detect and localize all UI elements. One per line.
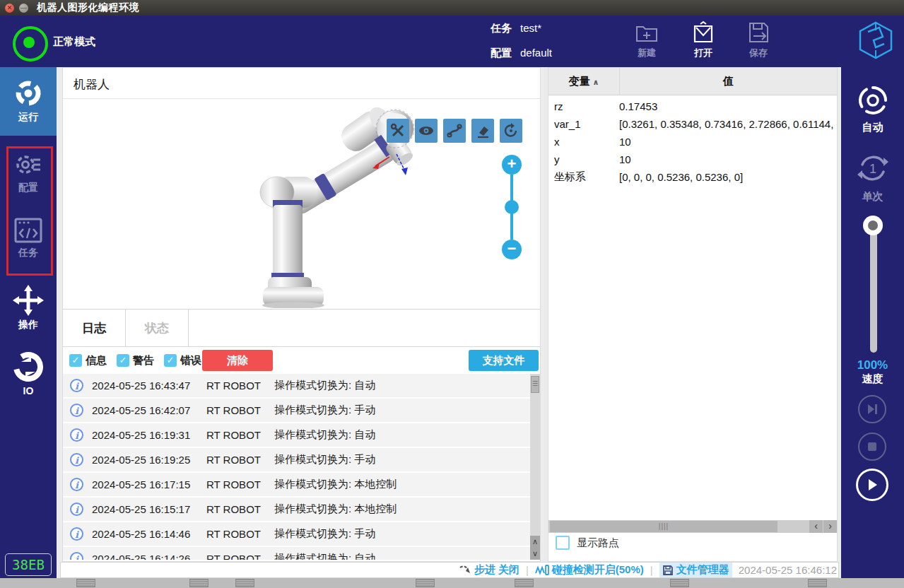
show-waypoints-row: 显示路点: [556, 536, 619, 550]
auto-mode-button[interactable]: [841, 83, 904, 121]
variables-panel: 变量 ∧ 值 rz 0.17453 var_1 [0.3261, 0.35348…: [548, 67, 838, 562]
variables-rows: rz 0.17453 var_1 [0.3261, 0.35348, 0.734…: [548, 98, 837, 186]
variable-row[interactable]: 坐标系 [0, 0, 0, 0.5236, 0.5236, 0]: [548, 168, 837, 186]
variable-row[interactable]: rz 0.17453: [548, 98, 837, 115]
separator: |: [526, 564, 529, 576]
variable-row[interactable]: x 10: [548, 133, 837, 151]
variable-row[interactable]: var_1 [0.3261, 0.35348, 0.73416, 2.72866…: [548, 115, 837, 133]
log-row: i 2024-05-25 16:42:07 RT ROBOT 操作模式切换为: …: [63, 399, 540, 422]
hscrollbar-thumb[interactable]: ||||: [550, 521, 777, 532]
config-value: default: [520, 47, 552, 59]
info-icon: i: [70, 527, 83, 541]
log-row: i 2024-05-25 16:15:17 RT ROBOT 操作模式切换为: …: [63, 498, 540, 521]
desktop-file-icon: [76, 579, 95, 587]
scroll-up-icon[interactable]: ∧: [530, 536, 540, 548]
task-row: 任务test*: [491, 22, 541, 35]
collision-detection-status[interactable]: 碰撞检测开启(50%): [535, 563, 644, 577]
scroll-right-icon[interactable]: ›: [823, 520, 837, 533]
info-icon: i: [70, 379, 83, 392]
config-label: 配置: [491, 47, 512, 59]
step-mode-status[interactable]: 步进 关闭: [459, 563, 519, 577]
show-waypoints-label: 显示路点: [577, 536, 619, 550]
variables-hscrollbar[interactable]: |||| ‹ ›: [548, 520, 837, 533]
log-row: i 2024-05-25 16:17:15 RT ROBOT 操作模式切换为: …: [63, 473, 540, 496]
new-button[interactable]: 新建: [623, 20, 670, 59]
step-next-button[interactable]: [858, 395, 886, 423]
file-manager-icon: [662, 565, 674, 576]
log-row: i 2024-05-25 16:14:46 RT ROBOT 操作模式切换为: …: [63, 522, 540, 546]
desktop-file-icon: [235, 579, 254, 587]
visibility-button[interactable]: [415, 119, 438, 143]
info-icon: i: [70, 453, 83, 466]
sidebar-item-config[interactable]: 配置: [0, 151, 57, 194]
filter-info-checkbox[interactable]: ✓: [69, 354, 82, 367]
variables-header: 变量 ∧ 值: [548, 68, 837, 95]
filter-warn-label: 警告: [133, 354, 154, 368]
variable-row[interactable]: y 10: [548, 151, 837, 168]
scroll-down-icon[interactable]: ∨: [530, 548, 540, 560]
config-row: 配置default: [491, 47, 552, 60]
titlebar: ✕ — 机器人图形化编程环境: [0, 0, 904, 16]
zoom-slider-handle[interactable]: [505, 200, 519, 214]
speed-slider-track[interactable]: [870, 224, 877, 353]
open-button[interactable]: 打开: [680, 20, 727, 59]
eye-icon: [418, 122, 435, 139]
sidebar-item-io[interactable]: IO: [0, 351, 57, 396]
log-filter-bar: ✓ 信息 ✓ 警告 ✓ 错误 清除 支持文件: [63, 347, 540, 374]
right-sidebar: 自动 1 单次 100% 速度: [841, 67, 904, 578]
info-icon: i: [70, 502, 83, 516]
stop-button[interactable]: [858, 433, 886, 461]
zoom-in-button[interactable]: +: [502, 155, 522, 175]
info-icon: i: [70, 428, 83, 442]
file-manager-button[interactable]: 文件管理器: [659, 563, 732, 577]
speed-value: 100%: [841, 358, 904, 372]
robot-panel-title: 机器人: [63, 68, 540, 99]
trajectory-button[interactable]: [443, 119, 466, 143]
rotate-icon: [503, 122, 519, 139]
top-header: 正常模式 任务test* 配置default 新建 打开: [0, 16, 904, 67]
single-run-label: 单次: [841, 190, 904, 204]
desktop-file-icon: [808, 579, 827, 587]
variable-column-header[interactable]: 变量 ∧: [548, 68, 620, 95]
path-icon: [446, 122, 463, 139]
support-file-button[interactable]: 支持文件: [469, 350, 539, 371]
erase-button[interactable]: [471, 119, 494, 143]
zoom-out-button[interactable]: −: [502, 240, 522, 259]
robot-3d-view[interactable]: + −: [63, 99, 540, 310]
speed-slider-handle[interactable]: [863, 216, 883, 235]
filter-info-label: 信息: [86, 354, 107, 368]
show-waypoints-checkbox[interactable]: [556, 536, 570, 550]
log-row: i 2024-05-25 16:43:47 RT ROBOT 操作模式切换为: …: [63, 374, 540, 397]
minimize-icon[interactable]: —: [19, 4, 28, 13]
filter-warn-checkbox[interactable]: ✓: [117, 354, 129, 367]
device-code-badge[interactable]: 38EB: [5, 553, 52, 576]
sidebar-item-task[interactable]: 任务: [0, 217, 57, 259]
tools-button[interactable]: [387, 119, 409, 143]
reset-view-button[interactable]: [500, 119, 522, 143]
play-button[interactable]: [856, 469, 888, 501]
log-scrollbar[interactable]: ☰ ∧ ∨: [530, 374, 540, 560]
skip-next-icon: [866, 403, 879, 416]
run-icon: [13, 78, 43, 108]
tools-icon: [389, 122, 406, 139]
sidebar-item-operate[interactable]: 操作: [0, 285, 57, 331]
save-icon: [746, 20, 770, 45]
view-toolbar: [387, 119, 522, 143]
tab-status[interactable]: 状态: [126, 310, 189, 346]
filter-error-checkbox[interactable]: ✓: [164, 354, 177, 367]
open-icon: [691, 20, 715, 45]
clear-log-button[interactable]: 清除: [202, 350, 273, 371]
log-scrollbar-thumb[interactable]: ☰: [531, 376, 539, 393]
mode-label: 正常模式: [53, 35, 95, 49]
sidebar-item-run[interactable]: 运行: [0, 67, 57, 136]
separator: |: [650, 564, 653, 576]
log-row: i 2024-05-25 16:19:25 RT ROBOT 操作模式切换为: …: [63, 448, 540, 471]
value-column-header: 值: [620, 68, 837, 95]
scroll-left-icon[interactable]: ‹: [809, 520, 823, 533]
io-icon: [13, 351, 44, 382]
close-icon[interactable]: ✕: [5, 4, 14, 13]
tab-log[interactable]: 日志: [63, 310, 126, 346]
save-button[interactable]: 保存: [735, 20, 782, 59]
single-cycle-icon: 1: [855, 151, 891, 186]
single-run-button[interactable]: 1: [841, 151, 904, 189]
